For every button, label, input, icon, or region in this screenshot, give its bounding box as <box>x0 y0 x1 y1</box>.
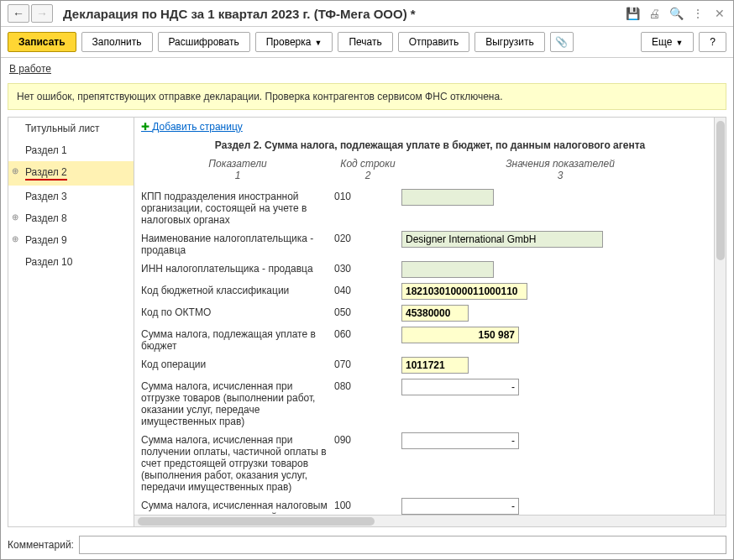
close-icon[interactable]: ✕ <box>713 7 726 20</box>
sidebar-item-5[interactable]: Раздел 9 <box>8 229 134 251</box>
row-code: 010 <box>334 189 401 202</box>
row-label: Код бюджетной классификации <box>141 283 334 296</box>
row-input-030[interactable] <box>401 261 494 278</box>
sidebar: Титульный листРаздел 1Раздел 2Раздел 3Ра… <box>8 118 134 526</box>
row-label: Код по ОКТМО <box>141 305 334 318</box>
row-code: 060 <box>334 327 401 340</box>
sidebar-item-3[interactable]: Раздел 3 <box>8 186 134 207</box>
row-code: 070 <box>334 357 401 370</box>
kebab-icon[interactable]: ⋮ <box>691 7 705 20</box>
attach-button[interactable]: 📎 <box>550 32 574 52</box>
row-input-060[interactable] <box>401 327 519 343</box>
form-row-010: КПП подразделения иностранной организаци… <box>141 186 719 228</box>
print-icon[interactable]: 🖨 <box>647 7 661 20</box>
row-code: 090 <box>334 432 401 446</box>
preview-icon[interactable]: 🔍 <box>669 7 683 20</box>
send-button[interactable]: Отправить <box>398 32 470 52</box>
back-button[interactable]: ← <box>8 4 29 23</box>
row-input-040[interactable] <box>401 283 527 300</box>
window-title: Декларация по НДС за 1 квартал 2023 г. (… <box>63 7 626 21</box>
form-row-020: Наименование налогоплательщика - продавц… <box>141 228 719 259</box>
sidebar-item-1[interactable]: Раздел 1 <box>8 139 134 161</box>
decrypt-button[interactable]: Расшифровать <box>158 32 250 52</box>
row-label: ИНН налогоплательщика - продавца <box>141 261 334 275</box>
vertical-scrollbar[interactable] <box>714 118 726 515</box>
chevron-down-icon: ▼ <box>314 39 322 47</box>
row-input-090[interactable] <box>401 432 519 449</box>
row-label: КПП подразделения иностранной организаци… <box>141 189 334 226</box>
row-label: Код операции <box>141 357 334 370</box>
row-code: 040 <box>334 283 401 296</box>
row-label: Сумма налога, подлежащая уплате в бюджет <box>141 327 334 352</box>
chevron-down-icon: ▼ <box>675 39 683 47</box>
row-code: 030 <box>334 261 401 275</box>
form-row-060: Сумма налога, подлежащая уплате в бюджет… <box>141 324 719 354</box>
sidebar-item-0[interactable]: Титульный лист <box>8 118 134 139</box>
export-button[interactable]: Выгрузить <box>474 32 545 52</box>
row-label: Наименование налогоплательщика - продавц… <box>141 231 334 256</box>
help-button[interactable]: ? <box>699 32 726 52</box>
row-input-100[interactable] <box>401 498 519 515</box>
sidebar-item-2[interactable]: Раздел 2 <box>8 161 134 186</box>
save-icon[interactable]: 💾 <box>626 7 639 20</box>
print-button[interactable]: Печать <box>338 32 392 52</box>
form-row-070: Код операции070 <box>141 354 719 376</box>
row-input-050[interactable] <box>401 305 469 322</box>
col-header-2: Код строки2 <box>334 158 401 181</box>
horizontal-scrollbar[interactable] <box>134 515 726 526</box>
row-input-020[interactable] <box>401 231 603 248</box>
section-title: Раздел 2. Сумма налога, подлежащая уплат… <box>134 136 726 158</box>
forward-button[interactable]: → <box>31 4 53 23</box>
row-code: 050 <box>334 305 401 318</box>
col-header-1: Показатели1 <box>141 158 334 181</box>
row-label: Сумма налога, исчисленная налоговым аген… <box>141 498 334 515</box>
fill-button[interactable]: Заполнить <box>81 32 153 52</box>
check-button[interactable]: Проверка▼ <box>255 32 333 52</box>
add-page-link[interactable]: Добавить страницу <box>134 118 726 136</box>
form-row-100: Сумма налога, исчисленная налоговым аген… <box>141 495 719 515</box>
row-code: 020 <box>334 231 401 244</box>
row-label: Сумма налога, исчисленная при отгрузке т… <box>141 379 334 427</box>
sidebar-item-4[interactable]: Раздел 8 <box>8 207 134 229</box>
row-input-070[interactable] <box>401 357 469 374</box>
save-button[interactable]: Записать <box>8 32 76 52</box>
sidebar-item-6[interactable]: Раздел 10 <box>8 251 134 273</box>
comment-input[interactable] <box>79 536 726 554</box>
row-code: 080 <box>334 379 401 392</box>
more-button[interactable]: Еще▼ <box>641 32 694 52</box>
comment-label: Комментарий: <box>8 539 74 551</box>
row-label: Сумма налога, исчисленная при получении … <box>141 432 334 493</box>
form-row-050: Код по ОКТМО050 <box>141 302 719 324</box>
col-header-3: Значения показателей3 <box>401 158 719 181</box>
form-row-090: Сумма налога, исчисленная при получении … <box>141 430 719 495</box>
form-row-030: ИНН налогоплательщика - продавца030 <box>141 259 719 280</box>
rows-container: КПП подразделения иностранной организаци… <box>134 186 726 515</box>
row-code: 100 <box>334 498 401 511</box>
row-input-010[interactable] <box>401 189 494 206</box>
form-row-080: Сумма налога, исчисленная при отгрузке т… <box>141 376 719 430</box>
form-row-040: Код бюджетной классификации040 <box>141 280 719 302</box>
notice-bar: Нет ошибок, препятствующих отправке декл… <box>8 83 726 110</box>
status-link[interactable]: В работе <box>1 58 733 80</box>
row-input-080[interactable] <box>401 379 519 395</box>
